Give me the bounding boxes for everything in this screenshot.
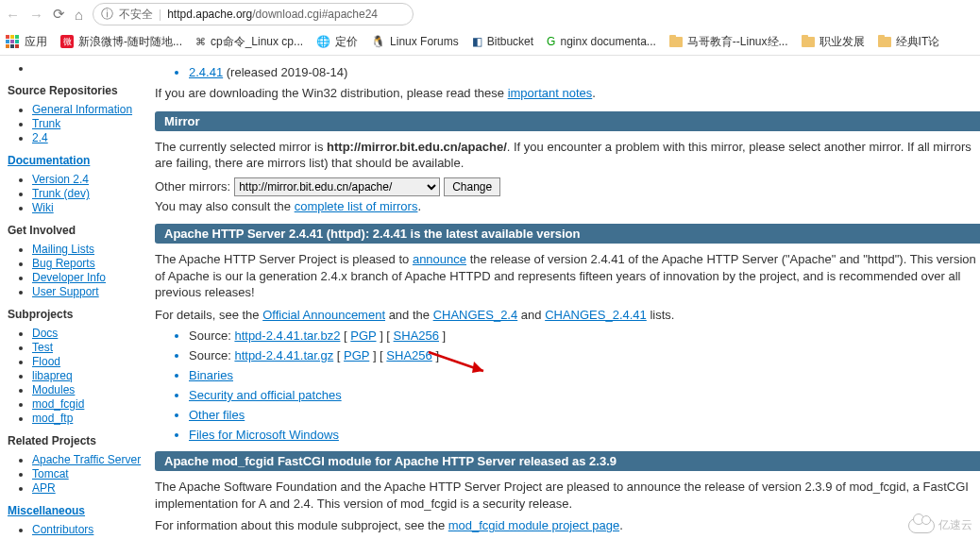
win32-note: If you are downloading the Win32 distrib… xyxy=(155,85,980,102)
folder-icon xyxy=(669,37,683,47)
sidebar-item-general-info[interactable]: General Information xyxy=(32,103,132,116)
folder-icon xyxy=(802,37,815,47)
link-complete-mirrors[interactable]: complete list of mirrors xyxy=(295,199,418,213)
url-path: /download.cgi#apache24 xyxy=(252,8,378,21)
consult-line: You may also consult the complete list o… xyxy=(155,198,980,215)
security-label: 不安全 xyxy=(119,7,153,23)
bookmark-nginx[interactable]: Gnginx documenta... xyxy=(547,35,656,48)
sidebar-item-apr[interactable]: APR xyxy=(32,481,56,495)
link-changes-24[interactable]: CHANGES_2.4 xyxy=(433,308,518,322)
globe-icon: 🌐 xyxy=(316,35,330,48)
link-source-gz[interactable]: httpd-2.4.41.tar.gz xyxy=(234,348,333,362)
folder-icon xyxy=(878,37,891,47)
list-item: 2.4.41 (released 2019-08-14) xyxy=(189,65,980,79)
list-item: Binaries xyxy=(189,368,980,382)
link-pgp[interactable]: PGP xyxy=(350,328,376,343)
nginx-icon: G xyxy=(547,35,555,48)
sidebar-item-usersupport[interactable]: User Support xyxy=(32,285,99,298)
section-header-mirror: Mirror xyxy=(155,111,980,131)
link-sha256[interactable]: SHA256 xyxy=(386,348,431,362)
sidebar-item-contributors[interactable]: Contributors xyxy=(32,523,93,536)
sidebar-item-24[interactable]: 2.4 xyxy=(32,131,48,144)
bookmark-bitbucket[interactable]: ◧Bitbucket xyxy=(472,35,533,48)
sidebar-item-test[interactable]: Test xyxy=(32,341,53,354)
nav-reload-icon[interactable]: ⟳ xyxy=(53,6,65,23)
mirror-select[interactable]: http://mirror.bit.edu.cn/apache/ xyxy=(234,177,440,196)
link-security-patches[interactable]: Security and official patches xyxy=(189,388,342,402)
link-source-bz2[interactable]: httpd-2.4.41.tar.bz2 xyxy=(234,328,340,343)
bookmark-mage[interactable]: 马哥教育--Linux经... xyxy=(669,34,788,50)
nav-back-icon[interactable]: ← xyxy=(6,7,20,23)
bookmark-classicit[interactable]: 经典IT论 xyxy=(878,34,940,50)
fcgid-para: The Apache Software Foundation and the A… xyxy=(155,479,980,512)
link-important-notes[interactable]: important notes xyxy=(508,86,593,100)
link-official-announcement[interactable]: Official Announcement xyxy=(262,308,385,322)
nav-home-icon[interactable]: ⌂ xyxy=(75,7,83,23)
sidebar-item-devinfo[interactable]: Developer Info xyxy=(32,271,106,284)
sidebar-item-trunk[interactable]: Trunk xyxy=(32,117,60,130)
sidebar-section-source-repos: Source Repositories xyxy=(8,84,145,97)
address-bar[interactable]: ⓘ 不安全 | httpd.apache.org/download.cgi#ap… xyxy=(93,3,414,25)
sidebar-section-related: Related Projects xyxy=(8,434,145,447)
list-item: Source: httpd-2.4.41.tar.bz2 [ PGP ] [ S… xyxy=(189,328,980,343)
link-sha256[interactable]: SHA256 xyxy=(394,328,439,343)
info-icon: ⓘ xyxy=(101,6,113,23)
sidebar-item-bugs[interactable]: Bug Reports xyxy=(32,257,95,270)
nav-forward-icon[interactable]: → xyxy=(29,7,43,23)
bookmark-weibo[interactable]: 微新浪微博-随时随地... xyxy=(60,34,182,50)
sidebar-item-trunkdev[interactable]: Trunk (dev) xyxy=(32,187,90,200)
url-host: httpd.apache.org xyxy=(167,8,252,21)
sidebar-item-ats[interactable]: Apache Traffic Server xyxy=(32,453,141,466)
bitbucket-icon: ◧ xyxy=(472,35,482,48)
link-binaries[interactable]: Binaries xyxy=(189,368,233,382)
bookmarks-bar: 应用 微新浪微博-随时随地... ⌘cp命令_Linux cp... 🌐定价 🐧… xyxy=(0,28,980,55)
bookmark-career[interactable]: 职业发展 xyxy=(802,34,865,50)
list-item: Security and official patches xyxy=(189,388,980,402)
sidebar-item-docs[interactable]: Docs xyxy=(32,327,58,340)
sidebar-section-documentation[interactable]: Documentation xyxy=(8,154,145,167)
sidebar-section-misc[interactable]: Miscellaneous xyxy=(8,504,145,517)
main-content: 2.4.41 (released 2019-08-14) If you are … xyxy=(149,56,980,539)
sidebar: x Source Repositories General Informatio… xyxy=(0,56,149,539)
sidebar-item-libapreq[interactable]: libapreq xyxy=(32,369,73,382)
change-button[interactable]: Change xyxy=(444,177,500,196)
cmd-icon: ⌘ xyxy=(195,36,206,48)
section-header-httpd: Apache HTTP Server 2.4.41 (httpd): 2.4.4… xyxy=(155,224,980,244)
bookmark-apps[interactable]: 应用 xyxy=(6,34,47,50)
sidebar-item-tomcat[interactable]: Tomcat xyxy=(32,467,69,480)
httpd-announce-para: The Apache HTTP Server Project is please… xyxy=(155,251,980,301)
link-pgp[interactable]: PGP xyxy=(344,348,369,362)
sidebar-section-subprojects: Subprojects xyxy=(8,308,145,321)
link-other-files[interactable]: Other files xyxy=(189,408,245,422)
sidebar-item-cutoff: x xyxy=(32,61,145,75)
sidebar-item-modules[interactable]: Modules xyxy=(32,383,75,396)
sidebar-item-wiki[interactable]: Wiki xyxy=(32,201,54,214)
mirror-description: The currently selected mirror is http://… xyxy=(155,139,980,172)
sidebar-item-modftp[interactable]: mod_ftp xyxy=(32,412,73,425)
other-mirrors-label: Other mirrors: xyxy=(155,179,230,194)
sidebar-section-get-involved: Get Involved xyxy=(8,224,145,237)
sidebar-item-modfcgid[interactable]: mod_fcgid xyxy=(32,397,84,411)
bookmark-linuxforums[interactable]: 🐧Linux Forums xyxy=(371,35,459,48)
apps-icon xyxy=(6,35,20,49)
list-item: Files for Microsoft Windows xyxy=(189,428,980,442)
sidebar-item-flood[interactable]: Flood xyxy=(32,355,60,368)
tux-icon: 🐧 xyxy=(371,35,385,48)
link-changes-2441[interactable]: CHANGES_2.4.41 xyxy=(545,308,647,322)
section-header-fcgid: Apache mod_fcgid FastCGI module for Apac… xyxy=(155,451,980,471)
link-fcgid-project[interactable]: mod_fcgid module project page xyxy=(448,518,619,532)
httpd-details-para: For details, see the Official Announceme… xyxy=(155,307,980,324)
link-announce[interactable]: announce xyxy=(413,252,466,266)
link-release-2441[interactable]: 2.4.41 xyxy=(189,65,223,79)
fcgid-info: For information about this module subpro… xyxy=(155,517,980,534)
sidebar-item-version24[interactable]: Version 2.4 xyxy=(32,173,89,186)
link-windows-files[interactable]: Files for Microsoft Windows xyxy=(189,428,339,442)
bookmark-cp[interactable]: ⌘cp命令_Linux cp... xyxy=(195,34,303,50)
sidebar-item-mailing[interactable]: Mailing Lists xyxy=(32,243,94,256)
bookmark-pricing[interactable]: 🌐定价 xyxy=(316,34,358,50)
weibo-icon: 微 xyxy=(60,35,74,48)
list-item: Source: httpd-2.4.41.tar.gz [ PGP ] [ SH… xyxy=(189,348,980,362)
list-item: Other files xyxy=(189,408,980,422)
